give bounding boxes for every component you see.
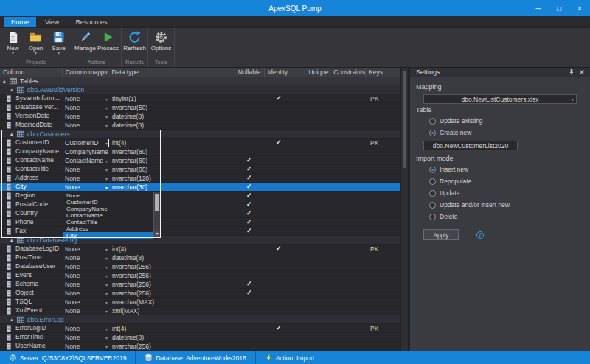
chevron-down-icon[interactable]: ▾ <box>105 264 108 271</box>
scrollbar-thumb[interactable] <box>403 71 406 168</box>
tab-resources[interactable]: Resources <box>68 17 114 27</box>
chevron-down-icon[interactable]: ▾ <box>105 255 108 262</box>
grid-row-modifieddate[interactable]: ModifiedDateNone▾datetime(8) <box>0 121 400 130</box>
grid-row-fax[interactable]: Fax✓ <box>0 227 400 236</box>
grid-row-companyname[interactable]: CompanyNameCompanyName▾nvarchar(80) <box>0 147 400 156</box>
dropdown-scrollbar-thumb[interactable] <box>155 194 159 211</box>
close-button[interactable]: × <box>569 0 590 16</box>
grid-row-object[interactable]: ObjectNone▾nvarchar(256)✓ <box>0 289 400 298</box>
column-mapping-cell[interactable]: None▾ <box>63 262 109 271</box>
chevron-down-icon[interactable]: ▾ <box>105 308 108 315</box>
new-table-name-input[interactable] <box>423 141 518 150</box>
column-mapping-cell[interactable]: None▾ <box>63 174 109 183</box>
ribbon-save-button[interactable]: Save▾ <box>47 28 70 59</box>
dropdown-scrollbar[interactable]: ▾ <box>153 192 160 237</box>
column-mapping-cell[interactable]: ContactName▾ <box>63 156 109 165</box>
radio-create-new[interactable]: Create new <box>429 129 584 136</box>
chevron-down-icon[interactable]: ▾ <box>105 184 108 192</box>
radio-insert-new[interactable]: Insert new <box>429 166 584 173</box>
column-mapping-cell[interactable]: None▾ <box>63 307 109 315</box>
chevron-down-icon[interactable]: ▾ <box>105 113 108 121</box>
dropdown-item-contacttitle[interactable]: ContactTitle <box>63 219 153 225</box>
maximize-button[interactable]: □ <box>549 0 569 16</box>
grid-row-posttime[interactable]: PostTimeNone▾datetime(8) <box>0 253 400 262</box>
chevron-down-icon[interactable]: ▾ <box>105 281 108 289</box>
tables-root-row[interactable]: ▴Tables <box>0 77 400 85</box>
chevron-down-icon[interactable]: ▾ <box>105 299 108 307</box>
grid-row-databaselogid[interactable]: DatabaseLogIDNone▾int(4)✓PK <box>0 245 400 253</box>
dropdown-item-city[interactable]: City <box>63 232 153 239</box>
column-mapping-cell[interactable]: None▾ <box>63 165 109 174</box>
dropdown-scroll-down-arrow[interactable]: ▾ <box>154 231 160 237</box>
minimize-button[interactable]: ─ <box>528 0 549 16</box>
radio-delete[interactable]: Delete <box>429 213 584 220</box>
ribbon-process-button[interactable]: Process <box>97 28 119 59</box>
chevron-down-icon[interactable]: ▾ <box>105 246 108 253</box>
column-mapping-cell[interactable]: None▾ <box>63 280 109 289</box>
close-icon[interactable] <box>577 69 587 76</box>
column-mapping-cell[interactable]: None▾ <box>63 94 109 103</box>
radio-update-and-or-insert-new[interactable]: Update and/or insert new <box>429 201 584 209</box>
column-mapping-cell[interactable]: None▾ <box>63 289 109 298</box>
ribbon-rerfresh-button[interactable]: Rerfresh <box>123 28 146 59</box>
radio-update[interactable]: Update <box>429 189 584 197</box>
chevron-down-icon[interactable]: ▾ <box>105 149 108 156</box>
column-mapping-cell[interactable]: None▾ <box>63 342 109 351</box>
chevron-down-icon[interactable]: ▾ <box>105 175 108 183</box>
dropdown-item-companyname[interactable]: CompanyName <box>63 206 153 212</box>
tab-view[interactable]: View <box>38 17 66 27</box>
pin-icon[interactable] <box>566 69 577 76</box>
column-header-nullable[interactable]: Nullable <box>235 68 265 77</box>
column-mapping-cell[interactable]: None▾ <box>63 112 109 121</box>
ribbon-new-button[interactable]: New▾ <box>1 28 24 59</box>
column-mapping-cell[interactable]: None▾ <box>63 183 109 192</box>
grid-row-event[interactable]: EventNone▾nvarchar(256) <box>0 271 400 280</box>
grid-row-region[interactable]: Region✓ <box>0 192 400 200</box>
column-header-unique[interactable]: Unique <box>305 68 330 77</box>
grid-row-versiondate[interactable]: VersionDateNone▾datetime(8) <box>0 112 400 121</box>
column-header-identity[interactable]: Identity <box>265 68 306 77</box>
grid-row-username[interactable]: UserNameNone▾nvarchar(256) <box>0 342 400 351</box>
grid-row-country[interactable]: Country✓ <box>0 209 400 218</box>
column-mapping-cell[interactable]: CustomerID▾ <box>63 139 109 147</box>
chevron-down-icon[interactable]: ▾ <box>105 326 108 333</box>
grid-row-contactname[interactable]: ContactNameContactName▾nvarchar(60)✓ <box>0 156 400 165</box>
apply-button[interactable]: Apply <box>423 229 459 240</box>
grid-row-errorlogid[interactable]: ErrorLogIDNone▾int(4)✓PK <box>0 324 400 333</box>
grid-row-address[interactable]: AddressNone▾nvarchar(120)✓ <box>0 174 400 183</box>
chevron-down-icon[interactable]: ▾ <box>105 335 108 342</box>
radio-update-existing[interactable]: Update existing <box>429 117 584 125</box>
grid-row-databaseuser[interactable]: DatabaseUserNone▾nvarchar(256) <box>0 262 400 271</box>
column-mapping-cell[interactable]: None▾ <box>63 121 109 130</box>
column-mapping-cell[interactable]: None▾ <box>63 298 109 307</box>
chevron-down-icon[interactable]: ▾ <box>105 273 108 280</box>
chevron-down-icon[interactable]: ▾ <box>58 52 60 55</box>
column-header-column-mapping[interactable]: Column mapping <box>63 68 109 77</box>
table-group-row-dbo-awbuildversion[interactable]: ▴dbo.AWBuildVersion <box>0 85 400 94</box>
column-mapping-cell[interactable]: None▾ <box>63 324 109 333</box>
chevron-down-icon[interactable]: ▾ <box>105 122 108 130</box>
chevron-down-icon[interactable]: ▾ <box>35 52 37 55</box>
column-mapping-cell[interactable]: None▾ <box>63 245 109 253</box>
column-header-keys[interactable]: Keys <box>366 68 400 77</box>
table-group-row-dbo-errorlog[interactable]: ▴dbo.ErrorLog <box>0 315 400 324</box>
column-header-data-type[interactable]: Data type <box>108 68 235 77</box>
table-group-row-dbo-databaselog[interactable]: ▴dbo.DatabaseLog <box>0 236 400 245</box>
grid-row-phone[interactable]: Phone✓ <box>0 218 400 227</box>
chevron-down-icon[interactable]: ▾ <box>105 105 108 112</box>
chevron-down-icon[interactable]: ▾ <box>12 52 14 55</box>
column-header-constraints[interactable]: Constraints <box>330 68 366 77</box>
dropdown-item-customerid[interactable]: CustomerID <box>63 199 153 206</box>
chevron-down-icon[interactable]: ▾ <box>105 96 108 103</box>
column-mapping-cell[interactable]: None▾ <box>63 271 109 280</box>
ribbon-manage-button[interactable]: Manage <box>74 28 97 59</box>
chevron-down-icon[interactable]: ▾ <box>105 158 108 165</box>
dropdown-item-none[interactable]: None <box>63 192 153 199</box>
grid-vertical-scrollbar[interactable] <box>400 68 408 351</box>
grid-row-contacttitle[interactable]: ContactTitleNone▾nvarchar(60)✓ <box>0 165 400 174</box>
column-mapping-cell[interactable]: None▾ <box>63 253 109 262</box>
chevron-down-icon[interactable]: ▾ <box>105 167 108 174</box>
ribbon-open-button[interactable]: Open▾ <box>24 28 47 59</box>
grid-row-tsql[interactable]: TSQLNone▾nvarchar(MAX) <box>0 298 400 307</box>
chevron-down-icon[interactable]: ▾ <box>105 343 108 351</box>
